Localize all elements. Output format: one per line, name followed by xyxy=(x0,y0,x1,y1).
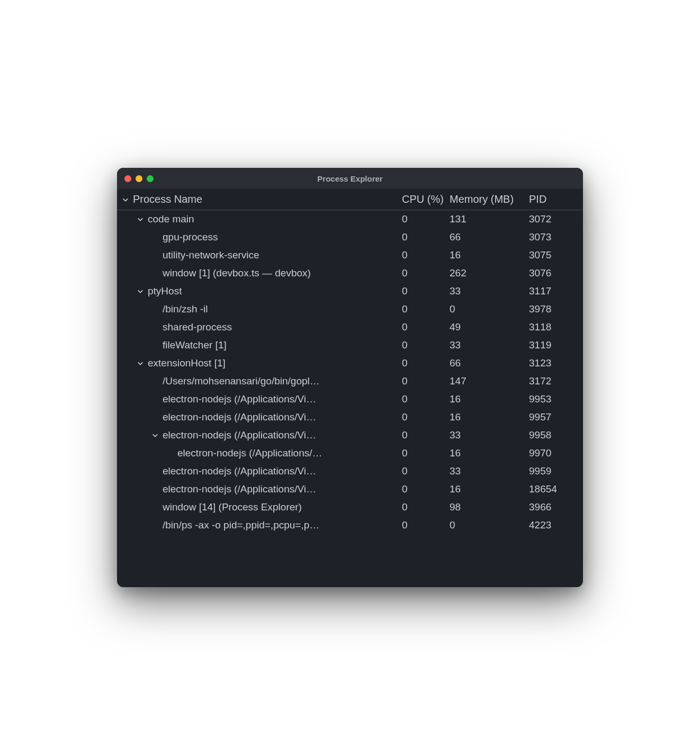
process-memory-cell: 16 xyxy=(450,447,529,459)
process-pid-cell: 3966 xyxy=(529,501,577,513)
indent-spacer xyxy=(150,484,160,495)
process-name-label: ptyHost xyxy=(148,285,182,297)
process-table-body: code main01313072gpu-process0663073utili… xyxy=(117,210,583,587)
process-name-label: gpu-process xyxy=(163,231,218,243)
process-pid-cell: 3172 xyxy=(529,375,577,387)
process-name-label: /Users/mohsenansari/go/bin/gopl… xyxy=(163,375,320,387)
process-cpu-cell: 0 xyxy=(402,375,450,387)
process-name-cell: ptyHost xyxy=(120,285,402,297)
process-pid-cell: 3117 xyxy=(529,285,577,297)
indent-spacer xyxy=(150,520,160,531)
process-cpu-cell: 0 xyxy=(402,213,450,225)
process-cpu-cell: 0 xyxy=(402,357,450,369)
process-name-label: fileWatcher [1] xyxy=(163,339,227,351)
indent-spacer xyxy=(150,304,160,314)
process-name-cell: electron-nodejs (/Applications/Vi… xyxy=(120,411,402,423)
process-name-label: electron-nodejs (/Applications/Vi… xyxy=(163,465,316,477)
chevron-down-icon[interactable] xyxy=(135,286,146,296)
process-pid-cell: 9953 xyxy=(529,393,577,405)
indent-spacer xyxy=(150,268,160,278)
column-header-name[interactable]: Process Name xyxy=(120,193,402,205)
process-row[interactable]: shared-process0493118 xyxy=(117,318,583,336)
process-row[interactable]: utility-network-service0163075 xyxy=(117,246,583,264)
process-row[interactable]: /Users/mohsenansari/go/bin/gopl…01473172 xyxy=(117,372,583,390)
process-name-label: electron-nodejs (/Applications/Vi… xyxy=(163,411,316,423)
process-pid-cell: 3075 xyxy=(529,249,577,261)
process-pid-cell: 3073 xyxy=(529,231,577,243)
process-name-cell: electron-nodejs (/Applications/Vi… xyxy=(120,483,402,495)
minimize-button[interactable] xyxy=(136,175,142,182)
process-name-label: shared-process xyxy=(163,321,232,333)
traffic-lights xyxy=(124,175,154,182)
process-name-cell: electron-nodejs (/Applications/Vi… xyxy=(120,393,402,405)
process-cpu-cell: 0 xyxy=(402,429,450,441)
indent-spacer xyxy=(150,394,160,405)
process-row[interactable]: electron-nodejs (/Applications/Vi…033995… xyxy=(117,462,583,480)
chevron-down-icon[interactable] xyxy=(135,358,146,368)
process-cpu-cell: 0 xyxy=(402,501,450,513)
chevron-down-icon[interactable] xyxy=(120,194,131,205)
process-memory-cell: 0 xyxy=(450,303,529,315)
process-memory-cell: 16 xyxy=(450,483,529,495)
process-name-cell: electron-nodejs (/Applications/Vi… xyxy=(120,429,402,441)
process-cpu-cell: 0 xyxy=(402,285,450,297)
indent-spacer xyxy=(150,412,160,423)
process-row[interactable]: electron-nodejs (/Applications/Vi…016995… xyxy=(117,390,583,408)
process-name-label: extensionHost [1] xyxy=(148,357,226,369)
process-name-label: electron-nodejs (/Applications/… xyxy=(177,447,322,459)
process-memory-cell: 33 xyxy=(450,465,529,477)
process-memory-cell: 147 xyxy=(450,375,529,387)
process-row[interactable]: /bin/zsh -il003978 xyxy=(117,300,583,318)
process-name-label: utility-network-service xyxy=(163,249,259,261)
process-name-label: /bin/ps -ax -o pid=,ppid=,pcpu=,p… xyxy=(163,519,319,531)
process-memory-cell: 131 xyxy=(450,213,529,225)
process-cpu-cell: 0 xyxy=(402,339,450,351)
process-memory-cell: 0 xyxy=(450,519,529,531)
process-name-label: window [14] (Process Explorer) xyxy=(163,501,302,513)
process-row[interactable]: electron-nodejs (/Applications/Vi…033995… xyxy=(117,426,583,444)
process-pid-cell: 3123 xyxy=(529,357,577,369)
process-cpu-cell: 0 xyxy=(402,519,450,531)
process-memory-cell: 33 xyxy=(450,285,529,297)
process-cpu-cell: 0 xyxy=(402,321,450,333)
process-pid-cell: 9958 xyxy=(529,429,577,441)
process-name-cell: /bin/ps -ax -o pid=,ppid=,pcpu=,p… xyxy=(120,519,402,531)
process-cpu-cell: 0 xyxy=(402,231,450,243)
process-name-cell: extensionHost [1] xyxy=(120,357,402,369)
process-row[interactable]: extensionHost [1]0663123 xyxy=(117,354,583,372)
process-name-cell: electron-nodejs (/Applications/Vi… xyxy=(120,465,402,477)
process-name-cell: /Users/mohsenansari/go/bin/gopl… xyxy=(120,375,402,387)
process-memory-cell: 16 xyxy=(450,249,529,261)
column-header-cpu[interactable]: CPU (%) xyxy=(402,193,450,205)
close-button[interactable] xyxy=(124,175,131,182)
column-header-memory[interactable]: Memory (MB) xyxy=(450,193,529,205)
process-row[interactable]: ptyHost0333117 xyxy=(117,282,583,300)
process-row[interactable]: electron-nodejs (/Applications/Vi…016186… xyxy=(117,480,583,498)
process-name-label: electron-nodejs (/Applications/Vi… xyxy=(163,429,316,441)
indent-spacer xyxy=(150,502,160,513)
titlebar[interactable]: Process Explorer xyxy=(117,168,583,189)
process-row[interactable]: window [1] (devbox.ts — devbox)02623076 xyxy=(117,264,583,282)
process-name-cell: window [14] (Process Explorer) xyxy=(120,501,402,513)
process-pid-cell: 4223 xyxy=(529,519,577,531)
chevron-down-icon[interactable] xyxy=(150,430,160,441)
chevron-down-icon[interactable] xyxy=(135,214,146,224)
process-row[interactable]: electron-nodejs (/Applications/…0169970 xyxy=(117,444,583,462)
indent-spacer xyxy=(150,250,160,260)
zoom-button[interactable] xyxy=(147,175,154,182)
process-cpu-cell: 0 xyxy=(402,447,450,459)
process-name-cell: utility-network-service xyxy=(120,249,402,261)
process-memory-cell: 66 xyxy=(450,357,529,369)
process-row[interactable]: /bin/ps -ax -o pid=,ppid=,pcpu=,p…004223 xyxy=(117,516,583,534)
process-row[interactable]: fileWatcher [1]0333119 xyxy=(117,336,583,354)
process-row[interactable]: window [14] (Process Explorer)0983966 xyxy=(117,498,583,516)
process-name-cell: fileWatcher [1] xyxy=(120,339,402,351)
process-row[interactable]: code main01313072 xyxy=(117,210,583,228)
process-explorer-window: Process Explorer Process Name CPU (%) Me… xyxy=(117,168,583,587)
process-name-label: /bin/zsh -il xyxy=(163,303,208,315)
process-pid-cell: 3076 xyxy=(529,267,577,279)
process-name-cell: /bin/zsh -il xyxy=(120,303,402,315)
column-header-pid[interactable]: PID xyxy=(529,193,577,205)
process-row[interactable]: gpu-process0663073 xyxy=(117,228,583,246)
process-row[interactable]: electron-nodejs (/Applications/Vi…016995… xyxy=(117,408,583,426)
